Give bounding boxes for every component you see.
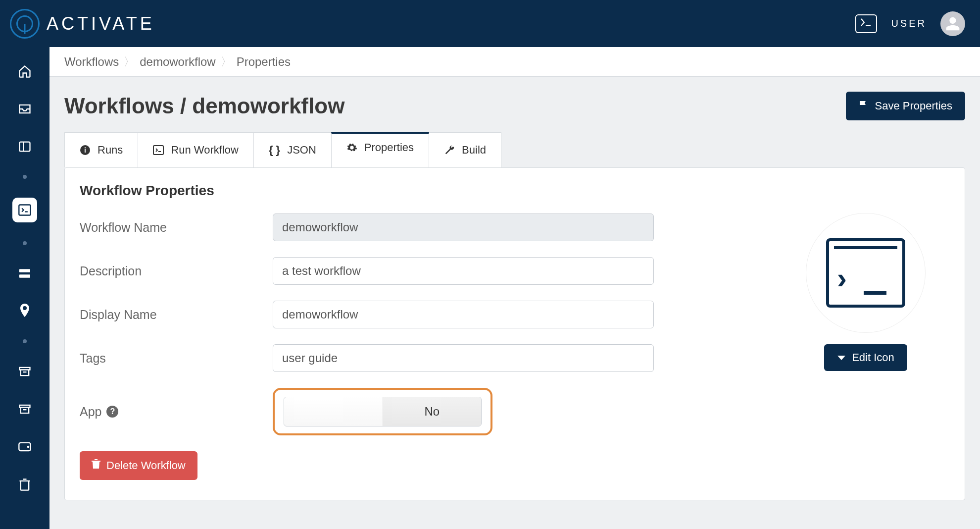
trash-icon — [92, 459, 100, 472]
terminal-icon — [18, 203, 32, 217]
app-label-text: App — [80, 405, 101, 419]
toggle-track — [284, 397, 383, 426]
tab-build[interactable]: Build — [429, 132, 501, 167]
sidebar-separator — [23, 241, 27, 245]
user-icon — [945, 16, 961, 32]
chevron-down-icon — [837, 351, 846, 364]
gear-icon — [346, 142, 357, 153]
breadcrumb-item[interactable]: Workflows — [64, 55, 119, 69]
tab-runs[interactable]: i Runs — [64, 132, 138, 167]
sidebar-item-servers[interactable] — [15, 264, 34, 283]
tab-json[interactable]: { } JSON — [253, 132, 332, 167]
delete-workflow-button[interactable]: Delete Workflow — [80, 451, 197, 480]
breadcrumb-item[interactable]: Properties — [237, 55, 291, 69]
terminal-button[interactable] — [855, 14, 877, 33]
tab-properties[interactable]: Properties — [331, 132, 429, 167]
terminal-icon — [153, 145, 164, 155]
location-icon — [19, 304, 31, 318]
display-name-input[interactable] — [273, 301, 654, 328]
sidebar-item-trash[interactable] — [15, 475, 34, 494]
edit-icon-button[interactable]: Edit Icon — [824, 344, 907, 371]
trash-icon — [19, 477, 31, 491]
brand-area: ACTIVATE — [10, 9, 155, 39]
sidebar-separator — [23, 339, 27, 343]
sidebar-item-inbox[interactable] — [15, 100, 34, 118]
brand-name: ACTIVATE — [47, 13, 155, 34]
tab-run-workflow[interactable]: Run Workflow — [138, 132, 254, 167]
brand-logo-icon — [10, 9, 40, 39]
app-toggle[interactable]: No — [284, 397, 482, 426]
user-avatar[interactable] — [940, 11, 965, 36]
terminal-window-icon: › — [826, 238, 905, 308]
help-icon[interactable]: ? — [106, 406, 118, 418]
sidebar — [0, 47, 49, 529]
sidebar-item-archive-2[interactable] — [15, 400, 34, 419]
sidebar-item-home[interactable] — [15, 62, 34, 81]
sidebar-item-storage[interactable] — [15, 437, 34, 456]
chevron-right-icon: 〉 — [124, 54, 135, 69]
save-properties-button[interactable]: Save Properties — [846, 92, 965, 120]
app-label: App ? — [80, 405, 273, 419]
panel-icon — [18, 140, 32, 154]
svg-rect-3 — [19, 205, 30, 215]
inbox-icon — [18, 102, 32, 116]
tags-label: Tags — [80, 351, 273, 366]
user-label[interactable]: USER — [891, 18, 927, 29]
workflow-name-label: Workflow Name — [80, 220, 273, 235]
wrench-icon — [444, 145, 455, 156]
tab-label: Runs — [98, 144, 123, 157]
save-button-label: Save Properties — [875, 100, 952, 112]
panel-title: Workflow Properties — [80, 183, 950, 199]
page-title: Workflows / demoworkflow — [64, 94, 344, 118]
terminal-icon — [861, 18, 872, 29]
display-name-label: Display Name — [80, 308, 273, 322]
flag-icon — [859, 100, 869, 112]
breadcrumb: Workflows 〉 demoworkflow 〉 Properties — [49, 47, 980, 77]
properties-panel: Workflow Properties Workflow Name Descri… — [64, 167, 965, 500]
workflow-icon-preview: › — [806, 213, 925, 332]
tabs: i Runs Run Workflow { } JSON Properties — [49, 132, 980, 167]
chevron-right-icon: 〉 — [221, 54, 232, 69]
breadcrumb-item[interactable]: demoworkflow — [140, 55, 215, 69]
drive-icon — [18, 441, 32, 452]
description-label: Description — [80, 264, 273, 278]
sidebar-item-workflows[interactable] — [12, 198, 37, 222]
archive-icon — [18, 366, 32, 377]
braces-icon: { } — [269, 144, 280, 157]
sidebar-item-locations[interactable] — [15, 302, 34, 320]
top-header: ACTIVATE USER — [0, 0, 980, 47]
tab-label: JSON — [287, 144, 316, 157]
app-toggle-highlight: No — [273, 388, 492, 435]
sidebar-separator — [23, 175, 27, 179]
tab-label: Run Workflow — [171, 144, 239, 157]
server-icon — [18, 268, 32, 279]
svg-rect-5 — [19, 269, 30, 272]
archive-icon — [18, 403, 32, 415]
svg-text:i: i — [84, 146, 86, 154]
edit-icon-label: Edit Icon — [852, 351, 894, 364]
info-icon: i — [80, 145, 91, 156]
delete-button-label: Delete Workflow — [106, 459, 186, 472]
tab-label: Build — [462, 144, 486, 157]
sidebar-item-panels[interactable] — [15, 137, 34, 156]
tab-label: Properties — [364, 141, 414, 154]
home-icon — [18, 64, 32, 78]
workflow-name-input[interactable] — [273, 213, 654, 241]
svg-rect-6 — [19, 274, 30, 278]
toggle-value: No — [383, 397, 482, 426]
svg-rect-1 — [20, 142, 30, 152]
sidebar-item-archive-1[interactable] — [15, 362, 34, 381]
description-input[interactable] — [273, 257, 654, 285]
svg-point-10 — [28, 446, 29, 447]
svg-rect-13 — [153, 146, 163, 155]
tags-input[interactable] — [273, 344, 654, 372]
